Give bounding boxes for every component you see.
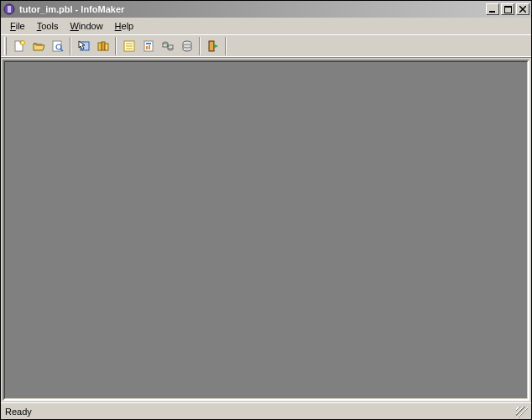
title-bar[interactable]: tutor_im.pbl - InfoMaker	[1, 1, 531, 18]
menu-file[interactable]: File	[4, 19, 31, 33]
new-button[interactable]	[9, 37, 29, 56]
open-button[interactable]	[29, 37, 48, 56]
svg-rect-12	[102, 42, 105, 50]
menu-help[interactable]: Help	[109, 19, 140, 33]
client-area-frame	[3, 60, 529, 401]
app-window: tutor_im.pbl - InfoMaker File Tools Wind…	[0, 0, 532, 420]
svg-rect-21	[149, 45, 150, 49]
toolbar-separator	[225, 37, 227, 55]
report-button[interactable]	[138, 37, 158, 56]
status-text: Ready	[3, 406, 516, 417]
close-button[interactable]	[516, 3, 529, 15]
toolbar-grip[interactable]	[4, 37, 7, 55]
svg-rect-4	[504, 6, 512, 8]
menu-window[interactable]: Window	[64, 19, 108, 33]
minimize-button[interactable]	[486, 3, 499, 15]
toolbar-separator	[199, 37, 201, 55]
select-button[interactable]	[74, 37, 93, 56]
svg-rect-2	[489, 11, 495, 13]
toolbar	[1, 34, 531, 58]
window-controls	[484, 3, 529, 15]
svg-rect-29	[210, 42, 213, 50]
resize-grip[interactable]	[516, 407, 528, 418]
database-button[interactable]	[177, 37, 196, 56]
mdi-client-area	[4, 61, 528, 399]
window-title: tutor_im.pbl - InfoMaker	[18, 4, 484, 14]
library-button[interactable]	[93, 37, 112, 56]
exit-button[interactable]	[203, 37, 222, 56]
toolbar-separator	[70, 37, 71, 55]
maximize-button[interactable]	[501, 3, 514, 15]
svg-point-6	[20, 41, 24, 45]
toolbar-separator	[115, 37, 117, 55]
svg-rect-11	[98, 43, 102, 50]
form-button[interactable]	[119, 37, 138, 56]
svg-rect-13	[105, 44, 108, 50]
status-bar: Ready	[1, 402, 531, 419]
app-icon	[3, 3, 16, 16]
preview-button[interactable]	[48, 37, 67, 56]
menu-tools[interactable]: Tools	[31, 19, 65, 33]
menu-bar: File Tools Window Help	[1, 18, 531, 34]
svg-rect-20	[146, 46, 148, 49]
pipeline-button[interactable]	[158, 37, 177, 56]
svg-rect-1	[8, 6, 11, 13]
svg-rect-19	[146, 43, 151, 44]
